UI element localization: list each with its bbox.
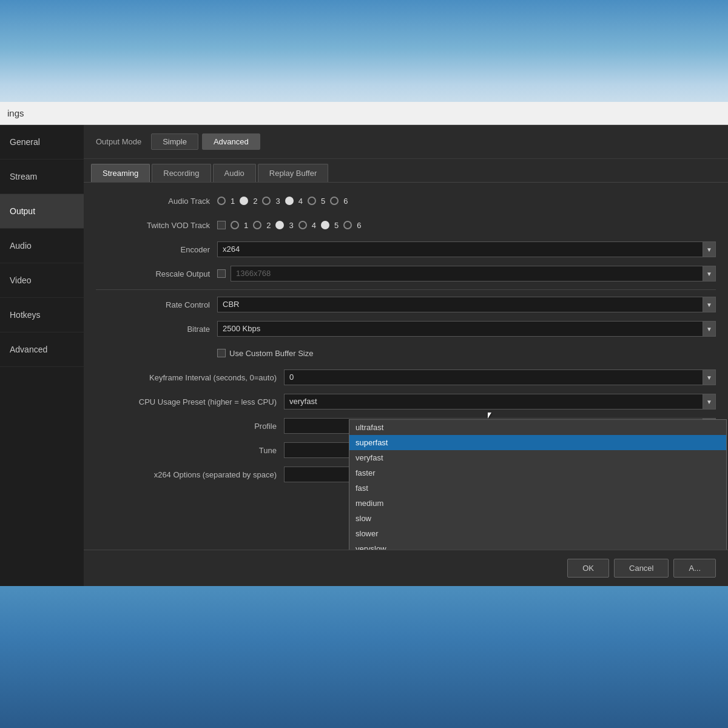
- sidebar-item-stream[interactable]: Stream: [0, 160, 84, 194]
- audio-track-2-radio[interactable]: [240, 197, 248, 205]
- twitch-vod-2-radio[interactable]: [253, 221, 261, 229]
- audio-track-3-label: 3: [275, 197, 280, 206]
- encoder-select[interactable]: x264 ▼: [217, 241, 716, 257]
- dropdown-ultrafast[interactable]: ultrafast: [349, 420, 726, 435]
- twitch-vod-5-label: 5: [334, 221, 339, 230]
- keyframe-arrow[interactable]: ▼: [703, 369, 716, 385]
- dropdown-fast[interactable]: fast: [349, 480, 726, 496]
- profile-label: Profile: [96, 422, 284, 431]
- twitch-vod-1-radio[interactable]: [231, 221, 239, 229]
- custom-buffer-checkbox-item[interactable]: Use Custom Buffer Size: [217, 349, 313, 358]
- rate-control-label: Rate Control: [96, 300, 217, 309]
- tab-streaming[interactable]: Streaming: [91, 164, 150, 182]
- dropdown-slow[interactable]: slow: [349, 511, 726, 526]
- x264-options-label: x264 Options (separated by space): [96, 470, 284, 479]
- twitch-vod-3-radio[interactable]: [275, 221, 284, 229]
- tune-label: Tune: [96, 446, 284, 455]
- cpu-preset-row: CPU Usage Preset (higher = less CPU) ver…: [96, 393, 716, 410]
- audio-track-row: Audio Track 1 2 3 4 5 6: [96, 192, 716, 209]
- encoder-arrow[interactable]: ▼: [703, 241, 716, 257]
- twitch-vod-6-radio[interactable]: [343, 221, 352, 229]
- sidebar-item-output[interactable]: Output: [0, 194, 84, 229]
- sidebar-item-advanced[interactable]: Advanced: [0, 332, 84, 367]
- keyframe-select[interactable]: 0 ▼: [284, 369, 716, 385]
- output-mode-bar: Output Mode Simple Advanced: [84, 125, 728, 159]
- twitch-vod-4-radio[interactable]: [298, 221, 307, 229]
- output-mode-label: Output Mode: [96, 137, 141, 146]
- twitch-vod-row: Twitch VOD Track 1 2 3 4 5 6: [96, 217, 716, 234]
- audio-track-4-radio[interactable]: [285, 197, 294, 205]
- cpu-preset-arrow[interactable]: ▼: [703, 394, 716, 410]
- keyframe-value: 0: [284, 369, 703, 385]
- sidebar-item-hotkeys[interactable]: Hotkeys: [0, 298, 84, 332]
- tab-audio[interactable]: Audio: [213, 164, 256, 182]
- rescale-label: Rescale Output: [96, 269, 217, 278]
- cpu-preset-select[interactable]: veryfast ▼: [284, 394, 716, 410]
- rate-control-arrow[interactable]: ▼: [703, 297, 716, 312]
- custom-buffer-row: Use Custom Buffer Size: [96, 345, 716, 362]
- rescale-arrow[interactable]: ▼: [703, 266, 716, 281]
- dropdown-veryslow[interactable]: veryslow: [349, 541, 726, 550]
- cpu-preset-value: veryfast: [284, 394, 703, 410]
- audio-track-1-radio[interactable]: [217, 197, 226, 205]
- keyframe-row: Keyframe Interval (seconds, 0=auto) 0 ▼: [96, 369, 716, 386]
- cpu-preset-label: CPU Usage Preset (higher = less CPU): [96, 397, 284, 406]
- settings-dialog: General Stream Output Audio Video Hotkey…: [0, 125, 728, 586]
- rate-control-row: Rate Control CBR ▼: [96, 296, 716, 313]
- audio-track-2-label: 2: [253, 197, 257, 206]
- form-area: Audio Track 1 2 3 4 5 6 Tw: [84, 183, 728, 550]
- window-title: ings: [7, 108, 24, 118]
- rate-control-select[interactable]: CBR ▼: [217, 297, 716, 312]
- audio-track-group: 1 2 3 4 5 6: [217, 197, 348, 206]
- dropdown-faster[interactable]: faster: [349, 465, 726, 480]
- custom-buffer-checkbox[interactable]: [217, 349, 226, 357]
- twitch-vod-group: 1 2 3 4 5 6: [217, 221, 361, 230]
- tabs-bar: Streaming Recording Audio Replay Buffer: [84, 159, 728, 183]
- keyframe-label: Keyframe Interval (seconds, 0=auto): [96, 373, 284, 382]
- cancel-button[interactable]: Cancel: [614, 559, 669, 578]
- encoder-value: x264: [217, 241, 703, 257]
- mode-simple-button[interactable]: Simple: [151, 133, 198, 150]
- audio-track-4-label: 4: [298, 197, 303, 206]
- button-bar: OK Cancel A...: [84, 550, 728, 586]
- sidebar-item-audio[interactable]: Audio: [0, 229, 84, 263]
- bitrate-arrow[interactable]: ▼: [703, 321, 716, 337]
- rescale-row: Rescale Output 1366x768 ▼: [96, 265, 716, 282]
- cpu-preset-dropdown: ultrafast superfast veryfast faster fast…: [349, 419, 727, 550]
- sidebar-item-general[interactable]: General: [0, 125, 84, 160]
- mode-advanced-button[interactable]: Advanced: [202, 133, 260, 150]
- bitrate-row: Bitrate 2500 Kbps ▼: [96, 320, 716, 337]
- twitch-vod-label: Twitch VOD Track: [96, 221, 217, 230]
- ok-button[interactable]: OK: [567, 559, 609, 578]
- twitch-vod-checkbox[interactable]: [217, 221, 226, 229]
- content-area: Output Mode Simple Advanced Streaming Re…: [84, 125, 728, 586]
- section-divider-1: [96, 289, 716, 290]
- twitch-vod-2-label: 2: [266, 221, 271, 230]
- audio-track-3-radio[interactable]: [262, 197, 271, 205]
- dropdown-veryfast[interactable]: veryfast: [349, 450, 726, 465]
- tab-replay-buffer[interactable]: Replay Buffer: [258, 164, 329, 182]
- audio-track-5-label: 5: [321, 197, 325, 206]
- audio-track-5-radio[interactable]: [308, 197, 316, 205]
- tab-recording[interactable]: Recording: [152, 164, 211, 182]
- apply-button[interactable]: A...: [673, 559, 716, 578]
- twitch-vod-5-radio[interactable]: [321, 221, 329, 229]
- rate-control-value: CBR: [217, 297, 703, 312]
- twitch-vod-6-label: 6: [357, 221, 361, 230]
- titlebar: ings: [0, 102, 728, 125]
- dropdown-slower[interactable]: slower: [349, 526, 726, 541]
- twitch-vod-1-label: 1: [244, 221, 248, 230]
- dropdown-medium[interactable]: medium: [349, 496, 726, 511]
- twitch-vod-3-label: 3: [289, 221, 293, 230]
- sidebar-item-video[interactable]: Video: [0, 263, 84, 298]
- audio-track-6-label: 6: [343, 197, 348, 206]
- twitch-vod-4-label: 4: [312, 221, 316, 230]
- bitrate-select[interactable]: 2500 Kbps ▼: [217, 321, 716, 337]
- encoder-row: Encoder x264 ▼: [96, 241, 716, 258]
- dropdown-superfast[interactable]: superfast: [349, 435, 726, 450]
- audio-track-label: Audio Track: [96, 197, 217, 206]
- rescale-value: 1366x768: [231, 266, 703, 281]
- sidebar: General Stream Output Audio Video Hotkey…: [0, 125, 84, 586]
- audio-track-6-radio[interactable]: [330, 197, 339, 205]
- rescale-checkbox[interactable]: [217, 269, 226, 278]
